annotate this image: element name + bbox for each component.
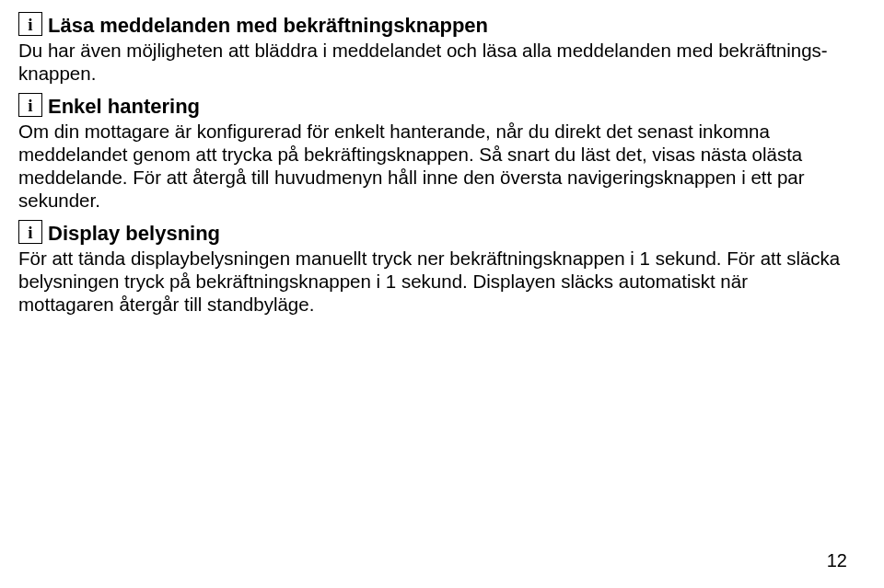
section-body: För att tända displaybelysningen manuell… xyxy=(18,247,847,316)
section-heading: Enkel hantering xyxy=(48,95,200,118)
section-body: Om din mottagare är konfigurerad för enk… xyxy=(18,120,847,212)
section-3: i Display belysning För att tända displa… xyxy=(18,221,847,316)
section-1: i Läsa meddelanden med bekräftningsknapp… xyxy=(18,13,847,85)
section-2: i Enkel hantering Om din mottagare är ko… xyxy=(18,94,847,212)
section-heading: Display belysning xyxy=(48,222,220,245)
section-heading: Läsa meddelanden med bekräftningsknappen xyxy=(48,14,488,37)
info-icon: i xyxy=(18,12,42,36)
info-icon: i xyxy=(18,93,42,117)
info-icon: i xyxy=(18,220,42,244)
page-number: 12 xyxy=(827,550,847,571)
heading-row: i Läsa meddelanden med bekräftningsknapp… xyxy=(18,13,847,37)
heading-row: i Display belysning xyxy=(18,221,847,245)
section-body: Du har även möjligheten att bläddra i me… xyxy=(18,39,847,85)
heading-row: i Enkel hantering xyxy=(18,94,847,118)
